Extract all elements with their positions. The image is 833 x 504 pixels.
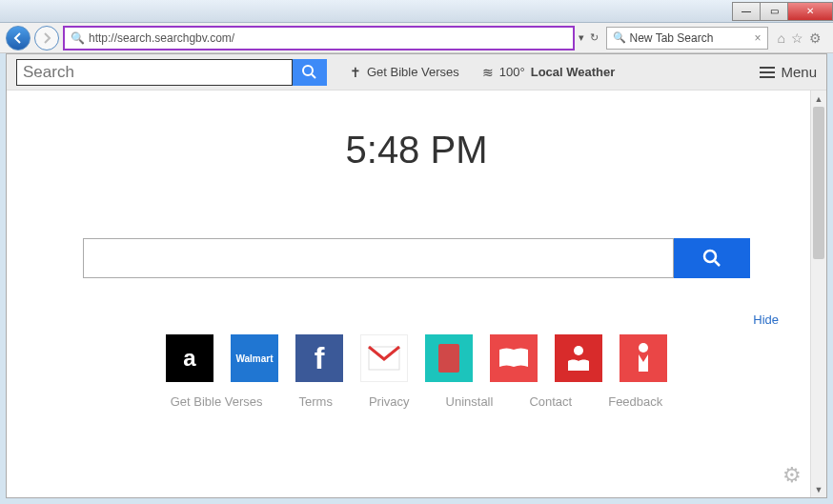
quick-links: a Walmart f xyxy=(7,334,826,382)
svg-rect-3 xyxy=(438,344,459,373)
weather-link[interactable]: ≋ 100° Local Weather xyxy=(482,65,616,80)
forward-button[interactable] xyxy=(34,26,59,50)
page-body: 5:48 PM Hide a Walmart f xyxy=(7,91,826,497)
tile-reading[interactable] xyxy=(555,334,602,382)
svg-point-0 xyxy=(303,66,313,75)
book-icon xyxy=(437,342,461,374)
tab-title: New Tab Search xyxy=(630,31,714,45)
clock-display: 5:48 PM xyxy=(7,129,826,171)
tile-facebook[interactable]: f xyxy=(295,334,343,382)
window-minimize-button[interactable]: — xyxy=(732,2,761,21)
browser-tab[interactable]: 🔍 New Tab Search × xyxy=(606,27,768,50)
svg-point-5 xyxy=(639,343,648,353)
svg-point-4 xyxy=(574,346,583,355)
window-close-button[interactable]: ✕ xyxy=(787,2,833,21)
svg-point-1 xyxy=(704,251,716,262)
arrow-left-icon xyxy=(11,31,25,45)
arrow-right-icon xyxy=(40,31,53,45)
hide-link[interactable]: Hide xyxy=(54,312,779,327)
toolbar-search xyxy=(16,59,327,86)
footer-link[interactable]: Get Bible Verses xyxy=(171,394,263,409)
main-search xyxy=(83,238,750,278)
weather-icon: ≋ xyxy=(482,65,494,80)
tile-walmart[interactable]: Walmart xyxy=(231,334,278,382)
tile-amazon[interactable]: a xyxy=(166,334,213,382)
search-icon: 🔍 xyxy=(613,31,626,44)
tile-book-teal[interactable] xyxy=(425,334,473,382)
praying-icon xyxy=(629,341,658,375)
menu-button[interactable]: Menu xyxy=(760,64,817,80)
footer: Get Bible Verses Terms Privacy Uninstall… xyxy=(7,382,826,420)
extension-toolbar: ✝ Get Bible Verses ≋ 100° Local Weather … xyxy=(7,54,826,91)
scroll-down-button[interactable]: ▼ xyxy=(811,481,826,497)
settings-icon[interactable]: ⚙ xyxy=(809,30,822,46)
search-icon: 🔍 xyxy=(71,31,85,45)
footer-link[interactable]: Uninstall xyxy=(446,394,494,409)
toolbar-search-button[interactable] xyxy=(293,59,327,86)
back-button[interactable] xyxy=(6,26,30,50)
search-icon xyxy=(701,248,722,269)
url-text: http://search.searchgbv.com/ xyxy=(89,31,567,45)
address-bar-controls: ▾ ↻ xyxy=(579,31,602,44)
main-search-input[interactable] xyxy=(83,238,674,278)
search-icon xyxy=(301,64,318,81)
footer-link[interactable]: Feedback xyxy=(608,394,662,409)
dropdown-icon[interactable]: ▾ xyxy=(579,31,584,44)
footer-link[interactable]: Privacy xyxy=(369,394,410,409)
tile-praying[interactable] xyxy=(620,334,667,382)
home-icon[interactable]: ⌂ xyxy=(778,30,785,46)
refresh-button[interactable]: ↻ xyxy=(590,31,599,44)
scrollbar: ▲ ▼ xyxy=(810,91,826,497)
tile-gmail[interactable] xyxy=(360,334,408,382)
hamburger-icon xyxy=(760,71,775,73)
gmail-icon xyxy=(368,346,400,371)
address-bar[interactable]: 🔍 http://search.searchgbv.com/ xyxy=(63,26,575,50)
window-titlebar: — ▭ ✕ xyxy=(0,0,833,23)
person-reading-icon xyxy=(562,342,595,374)
toolbar-search-input[interactable] xyxy=(16,59,293,86)
tile-open-book[interactable] xyxy=(490,334,538,382)
open-book-icon xyxy=(498,346,530,371)
footer-link[interactable]: Contact xyxy=(529,394,572,409)
bible-verses-link[interactable]: ✝ Get Bible Verses xyxy=(350,65,459,80)
main-search-button[interactable] xyxy=(674,238,750,278)
bible-icon: ✝ xyxy=(350,65,361,80)
scroll-up-button[interactable]: ▲ xyxy=(811,91,826,107)
window-maximize-button[interactable]: ▭ xyxy=(760,2,788,21)
scroll-thumb[interactable] xyxy=(813,107,824,259)
footer-link[interactable]: Terms xyxy=(299,394,333,409)
favorites-icon[interactable]: ☆ xyxy=(791,30,803,46)
settings-gear-icon[interactable]: ⚙ xyxy=(782,463,802,488)
browser-navbar: 🔍 http://search.searchgbv.com/ ▾ ↻ 🔍 New… xyxy=(0,23,833,53)
tab-close-button[interactable]: × xyxy=(755,31,762,45)
page-content: ✝ Get Bible Verses ≋ 100° Local Weather … xyxy=(6,53,827,498)
